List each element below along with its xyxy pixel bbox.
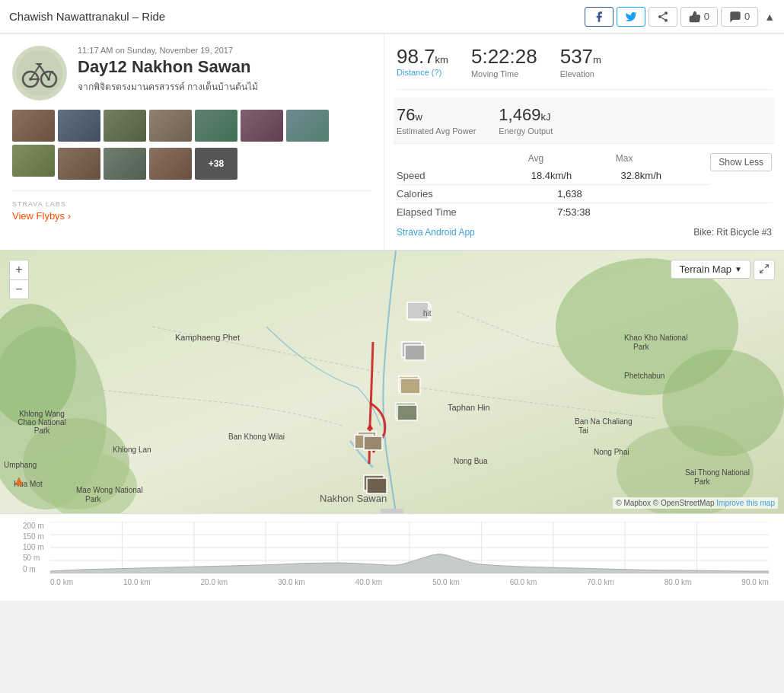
photo-more-count: +38 [209,158,224,169]
zoom-in-button[interactable]: + [9,260,29,279]
kudos-button[interactable]: 0 [680,7,718,27]
svg-text:Phetchabun: Phetchabun [624,372,664,380]
stat-elevation: 537m Elevation [560,46,601,78]
fullscreen-button[interactable] [754,260,775,280]
stats-top: 98.7km Distance (?) 5:22:28 Moving Time … [397,46,772,90]
elevation-svg [50,522,769,573]
svg-text:Park: Park [633,343,650,351]
share-button[interactable] [649,7,677,27]
strava-app-link[interactable]: Strava Android App [397,227,475,238]
kudos-count: 0 [704,11,709,22]
bike-image [17,50,62,96]
svg-point-1 [658,15,661,18]
stat-avg-power: 76w Estimated Avg Power [397,105,476,136]
stat-elevation-value-wrap: 537m [560,46,601,68]
map-credit: © Mapbox © OpenStreetMap Improve this ma… [613,497,778,509]
distance-label-link[interactable]: Distance (?) [397,68,448,77]
avatar [12,46,67,101]
view-flybys-link[interactable]: View Flybys › [12,210,71,222]
svg-text:Khlong Wang: Khlong Wang [19,410,65,418]
svg-point-0 [664,11,668,14]
elev-y-100: 100 m [23,543,47,551]
stats-row-speed: Speed 18.4km/h 32.8km/h [397,167,710,185]
photo-thumb-10[interactable] [104,148,146,180]
stat-energy-output: 1,469kJ Energy Output [499,105,553,136]
photo-thumb-2[interactable] [58,110,100,142]
svg-point-5 [17,50,62,96]
elevation-chart-area: 200 m 150 m 100 m 50 m 0 m [23,522,769,586]
svg-point-2 [664,18,668,21]
stats-footer: Strava Android App Bike: Rit Bicycle #3 [397,221,772,238]
stat-distance-value: 98.7km [397,46,448,68]
photo-thumb-6[interactable] [241,110,283,142]
twitter-icon [625,11,637,23]
elevation-chart: 0.0 km 10.0 km 20.0 km 30.0 km 40.0 km 5… [50,522,769,586]
elev-x-80: 80.0 km [664,578,692,586]
elevation-label: Elevation [560,69,601,78]
right-panel: 98.7km Distance (?) 5:22:28 Moving Time … [384,34,784,250]
left-panel: 11:17 AM on Sunday, November 19, 2017 Da… [0,34,384,250]
page-title: Chawish Nawattranakul – Ride [9,10,585,23]
header-actions: 0 0 ▲ [585,7,775,27]
map-resize-handle[interactable] [381,509,403,513]
speed-label: Speed [397,170,531,181]
comment-count: 0 [744,11,750,22]
svg-text:Nakhon Sawan: Nakhon Sawan [320,493,387,504]
svg-text:Mae Wong National: Mae Wong National [76,486,143,494]
map-zoom-controls: + − [9,260,29,299]
elev-x-20: 20.0 km [201,578,228,586]
svg-text:Ban Na Chaliang: Ban Na Chaliang [575,417,633,426]
photo-thumb-8[interactable] [12,145,55,177]
svg-rect-25 [397,405,417,420]
elevation-y-axis: 200 m 150 m 100 m 50 m 0 m [23,522,50,573]
facebook-button[interactable] [585,7,613,27]
svg-text:Nong Phai: Nong Phai [594,448,629,456]
terrain-dropdown-icon: ▼ [735,265,742,273]
elevation-x-axis: 0.0 km 10.0 km 20.0 km 30.0 km 40.0 km 5… [50,578,769,586]
elev-x-50: 50.0 km [432,578,460,586]
ride-timestamp: 11:17 AM on Sunday, November 19, 2017 [78,46,371,55]
photo-thumb-7[interactable] [286,110,329,142]
comment-button[interactable]: 0 [721,7,758,27]
elev-x-60: 60.0 km [510,578,537,586]
terrain-map-button[interactable]: Terrain Map ▼ [671,260,751,279]
moving-time-value: 5:22:28 [471,46,537,68]
stats-table-section: Show Less Avg Max Speed 18.4km/h 32.8km/… [397,153,772,221]
svg-text:Park: Park [34,426,51,435]
photo-thumb-1[interactable] [12,110,55,142]
svg-text:Sai Thong National: Sai Thong National [685,468,750,477]
comment-icon [729,11,741,23]
show-less-button[interactable]: Show Less [710,153,772,171]
ride-subtitle: จากพิจิตรตรงมานครสวรรค์ กางเต็นบ้านต้นไม… [78,79,371,94]
elev-x-10: 10.0 km [123,578,151,586]
avg-power-label: Estimated Avg Power [397,126,476,136]
photo-more-button[interactable]: +38 [195,148,237,180]
photo-thumb-11[interactable] [149,148,192,180]
ride-title: Day12 Nakhon Sawan [78,57,371,77]
stat-moving-time: 5:22:28 Moving Time [471,46,537,78]
improve-map-link[interactable]: Improve this map [716,499,775,507]
photo-strip: +38 [12,110,371,180]
zoom-out-button[interactable]: − [9,279,29,299]
photo-thumb-9[interactable] [58,148,100,180]
speed-max: 32.8km/h [621,170,711,181]
moving-time-label: Moving Time [471,69,537,78]
photo-thumb-4[interactable] [149,110,192,142]
header-bar: Chawish Nawattranakul – Ride 0 0 ▲ [0,0,784,34]
twitter-button[interactable] [617,7,645,27]
map-container: Kamphaeng Phet Khlong Wang Chao National… [0,251,784,513]
avg-power-value-wrap: 76w [397,105,476,125]
stats-mid: 76w Estimated Avg Power 1,469kJ Energy O… [394,97,775,144]
stats-row-calories: Calories 1,638 [397,185,772,203]
photo-thumb-5[interactable] [195,110,237,142]
elev-y-50: 50 m [23,554,47,562]
photo-thumb-3[interactable] [104,110,146,142]
svg-text:Chao National: Chao National [18,418,65,426]
energy-output-label: Energy Output [499,126,553,136]
col-header-avg: Avg [528,153,616,164]
elev-x-0: 0.0 km [50,578,73,586]
stats-table-header: Avg Max [397,153,703,164]
svg-text:Tai: Tai [578,426,588,435]
map-svg: Kamphaeng Phet Khlong Wang Chao National… [0,251,784,513]
expand-button[interactable]: ▲ [764,11,775,23]
